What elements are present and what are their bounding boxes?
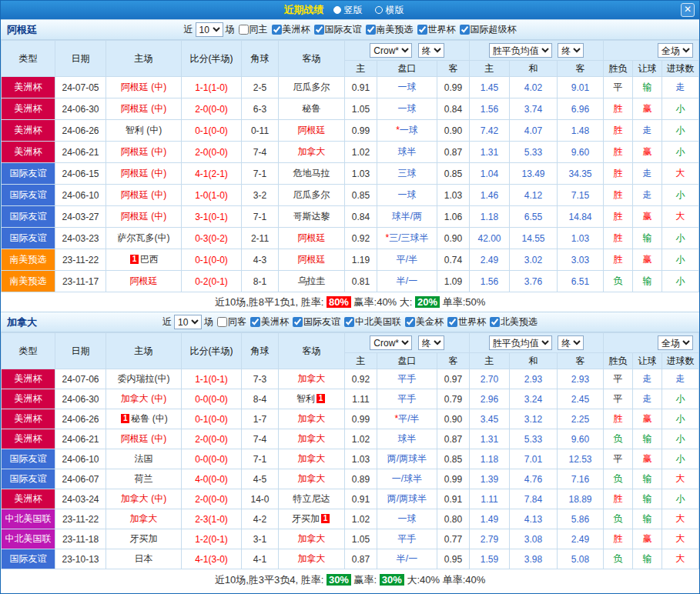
- result-cell: 胜: [604, 120, 633, 142]
- league-checkbox[interactable]: [366, 25, 376, 35]
- league-checkbox[interactable]: [314, 25, 324, 35]
- same-venue-filter[interactable]: 同客: [217, 315, 246, 329]
- away-avg-cell: 5.86: [558, 509, 604, 529]
- league-filters: 美洲杯国际友谊中北美国联美金杯世界杯北美预选: [246, 315, 538, 329]
- col-header-home-odds: 主: [345, 61, 377, 77]
- games-count-select[interactable]: 10: [196, 22, 223, 37]
- handicap-cell: *一球: [377, 120, 437, 142]
- team-name-text: 加拿大: [298, 433, 326, 444]
- match-row: 南美预选23-11-17阿根廷0-2(0-1)8-1乌拉圭0.81半/一1.09…: [2, 271, 699, 292]
- odds-final-select[interactable]: 终: [418, 43, 444, 58]
- handicap-result-cell: 输: [633, 429, 662, 449]
- odds-final-select[interactable]: 终: [418, 335, 444, 350]
- date-cell: 24-06-10: [55, 185, 106, 206]
- col-header-home: 主场: [106, 333, 182, 369]
- away-team-cell: 秘鲁: [279, 98, 345, 120]
- league-filter[interactable]: 北美预选: [490, 315, 538, 329]
- league-filter[interactable]: 国际友谊: [293, 315, 340, 329]
- summary-chip: 80%: [327, 296, 351, 308]
- league-filter[interactable]: 世界杯: [447, 315, 486, 329]
- handicap-result-cell: 输: [633, 77, 662, 98]
- league-filter[interactable]: 国际超级杯: [460, 23, 517, 36]
- same-venue-label: 同主: [250, 23, 268, 36]
- odds-company-select[interactable]: Crow*: [370, 335, 412, 350]
- home-odds-cell: 1.03: [345, 163, 377, 185]
- col-header-score: 比分(半场): [182, 333, 242, 369]
- result-cell: 负: [604, 429, 633, 449]
- away-odds-cell: 0.97: [437, 369, 470, 389]
- league-filter[interactable]: 南美预选: [366, 23, 414, 36]
- league-checkbox[interactable]: [250, 317, 260, 327]
- avg-select[interactable]: 胜平负均值: [489, 43, 552, 58]
- draw-avg-cell: 3.12: [510, 409, 558, 429]
- league-filter[interactable]: 中北美国联: [344, 315, 401, 329]
- away-team-cell: 加拿大: [279, 142, 345, 163]
- goals-result-cell: 小: [662, 185, 699, 206]
- result-cell: 负: [604, 549, 633, 569]
- vertical-layout-radio[interactable]: 竖版: [333, 4, 363, 17]
- league-checkbox[interactable]: [417, 25, 427, 35]
- draw-avg-cell: 3.76: [510, 271, 558, 292]
- league-checkbox[interactable]: [272, 25, 282, 35]
- close-button[interactable]: ✕: [681, 3, 695, 17]
- home-team-cell: 阿根廷: [106, 271, 182, 292]
- home-odds-cell: 0.91: [345, 489, 377, 509]
- goals-result-cell: 大: [662, 529, 699, 549]
- league-checkbox[interactable]: [293, 317, 303, 327]
- score-cell: 2-0(0-0): [182, 142, 242, 163]
- score-cell: 2-3(1-0): [182, 509, 242, 529]
- same-venue-checkbox[interactable]: [217, 317, 227, 327]
- home-odds-cell: 0.87: [345, 549, 377, 569]
- date-cell: 24-06-26: [55, 409, 106, 429]
- draw-avg-cell: 5.33: [510, 429, 558, 449]
- radio-selected-icon: [333, 6, 341, 14]
- avg-final-select[interactable]: 终: [558, 335, 584, 350]
- same-venue-checkbox[interactable]: [239, 25, 249, 35]
- horizontal-layout-radio[interactable]: 横版: [375, 4, 404, 17]
- league-filter[interactable]: 美洲杯: [272, 23, 310, 36]
- home-team-cell: 阿根廷 (中): [106, 206, 182, 228]
- league-checkbox[interactable]: [490, 317, 500, 327]
- handicap-result-cell: 走: [633, 120, 662, 142]
- red-card-badge: 1: [321, 514, 330, 523]
- result-cell: 平: [604, 449, 633, 469]
- team-name-text: 厄瓜多尔: [293, 82, 330, 92]
- handicap-cell: 两/两球半: [377, 449, 437, 469]
- filters-bar: 近 10 场 同主 美洲杯国际友谊南美预选世界杯国际超级杯: [184, 22, 517, 37]
- odds-company-select[interactable]: Crow*: [370, 43, 412, 58]
- team-name-text: 阿根廷: [298, 125, 326, 135]
- avg-final-select[interactable]: 终: [558, 43, 584, 58]
- handicap-cell: 球半/两: [377, 206, 437, 228]
- result-cell: 负: [604, 469, 633, 489]
- result-cell: 胜: [604, 185, 633, 206]
- league-checkbox[interactable]: [447, 317, 457, 327]
- draw-avg-cell: 3.24: [510, 389, 558, 409]
- handicap-result-cell: 输: [633, 549, 662, 569]
- league-filter-label: 美洲杯: [261, 315, 289, 329]
- league-checkbox[interactable]: [460, 25, 470, 35]
- home-team-cell: 委内瑞拉(中): [106, 369, 182, 389]
- avg-select[interactable]: 胜平负均值: [489, 335, 552, 350]
- league-filter[interactable]: 美洲杯: [250, 315, 289, 329]
- league-filter[interactable]: 世界杯: [417, 23, 456, 36]
- corner-cell: 14-0: [242, 489, 279, 509]
- home-team-cell: 阿根廷 (中): [106, 142, 182, 163]
- home-odds-cell: 0.92: [345, 228, 377, 249]
- result-cell: 平: [604, 389, 633, 409]
- league-checkbox[interactable]: [405, 317, 415, 327]
- league-filter[interactable]: 国际友谊: [314, 23, 362, 36]
- team-name-text: 萨尔瓦多(中): [118, 232, 170, 243]
- league-filter[interactable]: 美金杯: [405, 315, 444, 329]
- fulltime-select[interactable]: 全场: [658, 43, 693, 58]
- summary-line: 近10场,胜8平1负1, 胜率: 80% 赢率:40% 大: 20% 单率:50…: [1, 292, 699, 312]
- team-section: 加拿大 近 10 场 同客 美洲杯国际友谊中北美国联美金杯世界杯北美预选: [1, 312, 699, 590]
- date-cell: 24-06-30: [55, 389, 106, 409]
- home-avg-cell: 2.79: [470, 529, 510, 549]
- home-team-cell: 加拿大 (中): [106, 389, 182, 409]
- fulltime-select[interactable]: 全场: [658, 335, 693, 350]
- handicap-text: 三/三球半: [389, 232, 428, 243]
- league-checkbox[interactable]: [344, 317, 354, 327]
- league-cell: 美洲杯: [2, 98, 55, 120]
- games-count-select[interactable]: 10: [174, 315, 202, 329]
- same-venue-filter[interactable]: 同主: [239, 23, 268, 36]
